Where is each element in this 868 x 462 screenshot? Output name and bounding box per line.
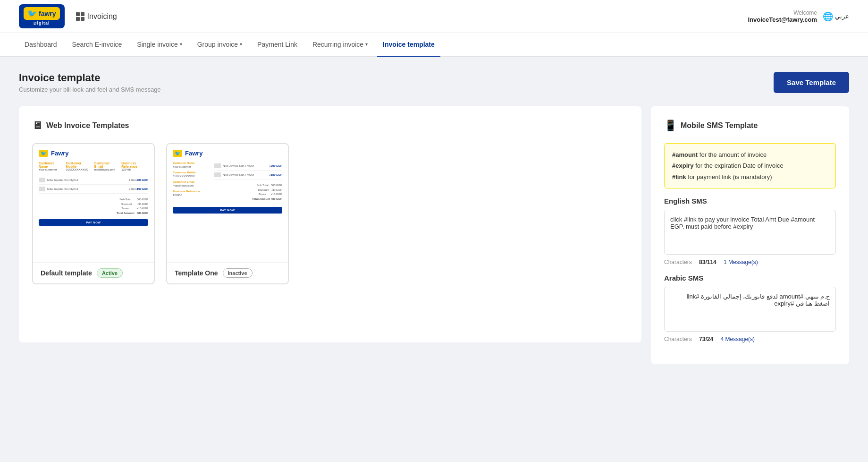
nav-group-invoice[interactable]: Group invoice ▾ [192, 33, 248, 57]
nav-recurring-invoice[interactable]: Recurring invoice ▾ [307, 33, 373, 57]
default-template-badge: Active [97, 268, 123, 278]
english-messages-count: 1 Message(s) [724, 259, 758, 265]
hint-link: #link for payment link (is mandatory) [672, 171, 828, 182]
item-img-1 [39, 178, 45, 182]
template-one-badge: Inactive [223, 268, 253, 278]
hint-expiry-desc: for the expiration Date of invoice [695, 162, 783, 169]
hint-expiry-tag: #expiry [672, 162, 694, 169]
single-invoice-chevron-icon: ▾ [180, 42, 182, 47]
preview-right-items: Nike Joyride Run FlyKnit 1 200 EGP Nike … [214, 162, 282, 201]
preview-totals: Sub Total 500 EGP Discount -30 EGP Taxes… [39, 197, 148, 215]
lang-label: عربي [835, 13, 849, 20]
sms-hint-box: #amount for the amount of invoice #expir… [664, 143, 836, 188]
welcome-label: Welcome [748, 9, 817, 16]
template-one-name: Template One [175, 269, 218, 277]
templates-row: 🐦 Fawry Customer Name Your customer Cust… [32, 143, 628, 284]
hint-link-desc: for payment link (is mandatory) [688, 173, 772, 180]
default-template-name: Default template [41, 269, 92, 277]
page-content: Invoice template Customize your bill loo… [0, 57, 868, 379]
preview-left-info: Customer Name Your customer Customer Mob… [173, 162, 211, 201]
web-panel-title: 🖥 Web Invoice Templates [32, 120, 628, 132]
page-title-block: Invoice template Customize your bill loo… [19, 72, 161, 93]
save-template-button[interactable]: Save Template [774, 72, 849, 93]
main-nav: Dashboard Search E-invoice Single invoic… [0, 33, 868, 57]
fawry-logo: 🐦 fawry Digital [19, 4, 65, 28]
logo-text: fawry [39, 10, 56, 17]
arabic-sms-label: Arabic SMS [664, 274, 836, 282]
t1-totals: Sub Total 500 EGP Discount -30 EGP Taxes… [214, 183, 282, 201]
t1-pay-button: PAY NOW [173, 207, 282, 214]
nav-payment-link[interactable]: Payment Link [252, 33, 303, 57]
hint-link-tag: #link [672, 173, 686, 180]
globe-icon: 🌐 [823, 11, 833, 22]
monitor-icon: 🖥 [32, 120, 42, 132]
recurring-invoice-chevron-icon: ▾ [365, 42, 368, 47]
page-title: Invoice template [19, 72, 161, 84]
t1-item-img-1 [214, 163, 221, 168]
template-one-preview: 🐦 Fawry Customer Name Your customer Cust… [167, 144, 288, 262]
t1-item-img-2 [214, 172, 221, 177]
app-header: 🐦 fawry Digital Invoicing Welcome Invoic… [0, 0, 868, 33]
arabic-chars-label: Characters [664, 336, 692, 342]
template-one-card[interactable]: 🐦 Fawry Customer Name Your customer Cust… [166, 143, 289, 284]
preview-two-col: Customer Name Your customer Customer Mob… [173, 162, 282, 201]
arabic-messages-count: 4 Message(s) [720, 336, 755, 342]
english-chars-count: 83/114 [699, 259, 716, 265]
header-left: 🐦 fawry Digital Invoicing [19, 4, 117, 28]
english-sms-label: English SMS [664, 197, 836, 205]
english-chars-label: Characters [664, 259, 692, 265]
group-invoice-chevron-icon: ▾ [240, 42, 242, 47]
arabic-chars-count: 73/24 [699, 336, 713, 342]
grid-icon [76, 12, 84, 21]
default-template-preview: 🐦 Fawry Customer Name Your customer Cust… [33, 144, 154, 262]
welcome-block: Welcome InvoiceTest@fawry.com [748, 9, 817, 23]
english-sms-meta: Characters 83/114 1 Message(s) [664, 259, 836, 265]
default-template-card[interactable]: 🐦 Fawry Customer Name Your customer Cust… [32, 143, 155, 284]
preview-header-row: Customer Name Your customer Customer Mob… [39, 162, 148, 171]
web-invoice-panel: 🖥 Web Invoice Templates 🐦 Fawry Customer… [19, 106, 641, 342]
arabic-sms-meta: Characters 73/24 4 Message(s) [664, 336, 836, 342]
nav-dashboard[interactable]: Dashboard [19, 33, 63, 57]
arabic-sms-textarea[interactable] [664, 287, 836, 332]
logo-digital: Digital [34, 21, 50, 26]
default-template-footer: Default template Active [33, 262, 154, 283]
template-one-footer: Template One Inactive [167, 262, 288, 283]
user-email: InvoiceTest@fawry.com [748, 16, 817, 23]
hint-amount-tag: #amount [672, 151, 698, 158]
nav-invoice-template[interactable]: Invoice template [377, 33, 440, 57]
preview-logo-icon: 🐦 [39, 150, 48, 157]
hint-amount: #amount for the amount of invoice [672, 149, 828, 160]
sms-panel: 📱 Mobile SMS Template #amount for the am… [651, 106, 849, 364]
language-toggle[interactable]: 🌐 عربي [823, 11, 849, 22]
main-layout: 🖥 Web Invoice Templates 🐦 Fawry Customer… [19, 106, 849, 364]
preview-items: Nike Joyride Run FlyKnit 1 Item 200 EGP … [39, 176, 148, 194]
preview-logo-icon-2: 🐦 [173, 150, 182, 157]
sms-panel-title: 📱 Mobile SMS Template [664, 120, 836, 132]
english-sms-textarea[interactable] [664, 210, 836, 255]
mobile-icon: 📱 [664, 120, 677, 132]
header-right: Welcome InvoiceTest@fawry.com 🌐 عربي [748, 9, 849, 23]
hint-expiry: #expiry for the expiration Date of invoi… [672, 160, 828, 171]
page-subtitle: Customize your bill look and feel and SM… [19, 86, 161, 93]
preview-pay-button: PAY NOW [39, 219, 148, 226]
hint-amount-desc: for the amount of invoice [699, 151, 767, 158]
item-img-2 [39, 187, 45, 191]
nav-search-einvoice[interactable]: Search E-invoice [67, 33, 128, 57]
app-title: Invoicing [76, 12, 117, 21]
page-header: Invoice template Customize your bill loo… [19, 72, 849, 93]
nav-single-invoice[interactable]: Single invoice ▾ [131, 33, 187, 57]
logo-bird-icon: 🐦 [27, 9, 37, 18]
